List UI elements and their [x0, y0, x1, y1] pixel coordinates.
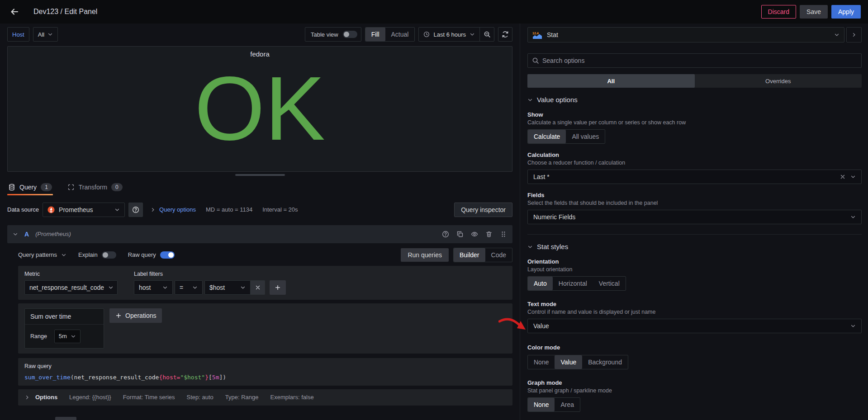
stat-styles-title: Stat styles — [537, 243, 568, 250]
query-row-header[interactable]: A (Prometheus) — [7, 225, 512, 243]
chevron-down-icon — [850, 214, 856, 220]
drag-grip-icon[interactable] — [500, 231, 507, 238]
refresh-button[interactable] — [498, 27, 512, 42]
variable-value-dropdown[interactable]: All — [33, 27, 58, 42]
back-arrow-icon[interactable] — [7, 5, 22, 19]
actual-option[interactable]: Actual — [385, 28, 415, 41]
chevron-right-icon — [150, 207, 156, 212]
help-icon[interactable] — [442, 231, 449, 238]
operation-name[interactable]: Sum over time — [25, 309, 104, 325]
query-patterns-dropdown[interactable]: Query patterns — [18, 251, 66, 258]
variable-value: All — [38, 31, 44, 38]
zoom-out-time-button[interactable] — [480, 28, 494, 41]
fill-option[interactable]: Fill — [365, 28, 385, 41]
orientation-option-horizontal[interactable]: Horizontal — [553, 277, 593, 290]
stat-styles-section-header[interactable]: Stat styles — [527, 243, 862, 250]
graph-mode-radio-group: None Area — [527, 397, 580, 412]
show-option-calculate[interactable]: Calculate — [528, 130, 566, 143]
search-options-input[interactable] — [527, 53, 862, 68]
orientation-radio-group: Auto Horizontal Vertical — [527, 276, 626, 291]
add-filter-button[interactable] — [270, 280, 286, 295]
orientation-field: Orientation Layout orientation Auto Hori… — [527, 258, 862, 291]
raw-query-toggle[interactable] — [160, 251, 175, 259]
value-options-title: Value options — [537, 96, 578, 104]
filter-key-select[interactable]: host — [134, 280, 173, 295]
run-queries-button[interactable]: Run queries — [401, 248, 449, 262]
builder-code-switch: Builder Code — [453, 248, 512, 262]
orientation-option-vertical[interactable]: Vertical — [593, 277, 626, 290]
apply-button[interactable]: Apply — [831, 5, 861, 19]
calculation-select[interactable]: Last * — [527, 170, 862, 184]
discard-button[interactable]: Discard — [761, 5, 796, 19]
chevron-down-icon — [13, 231, 18, 237]
visualization-row: 12.4 Stat — [527, 27, 862, 42]
duplicate-icon[interactable] — [456, 231, 464, 238]
show-option-all-values[interactable]: All values — [566, 130, 605, 143]
variable-label-box[interactable]: Host — [7, 27, 29, 42]
chevron-down-icon — [71, 334, 76, 339]
explain-toggle[interactable] — [102, 251, 116, 259]
builder-option[interactable]: Builder — [454, 248, 485, 262]
value-options-section-header[interactable]: Value options — [527, 96, 862, 104]
graph-mode-option-none[interactable]: None — [528, 398, 555, 411]
metric-section: Metric net_response_result_code Label fi… — [18, 266, 512, 300]
query-inspector-button[interactable]: Query inspector — [454, 203, 512, 217]
clipped-bottom-button[interactable] — [55, 417, 76, 420]
time-range-picker[interactable]: Last 6 hours — [419, 31, 479, 38]
add-operations-button[interactable]: Operations — [109, 308, 162, 323]
edit-pane: Host All Table view Fill Actual Last 6 h… — [0, 24, 520, 420]
topbar-actions: Discard Save Apply — [761, 5, 861, 19]
tab-transform[interactable]: Transform 0 — [66, 183, 123, 195]
color-mode-option-none[interactable]: None — [528, 355, 555, 369]
collapse-options-pane-button[interactable] — [846, 27, 862, 42]
color-mode-option-background[interactable]: Background — [582, 355, 628, 369]
visualization-picker[interactable]: 12.4 Stat — [527, 27, 844, 42]
hide-query-eye-icon[interactable] — [471, 231, 478, 238]
datasource-picker[interactable]: Prometheus — [43, 203, 125, 217]
orientation-desc: Layout orientation — [527, 266, 862, 273]
color-mode-field: Color mode None Value Background — [527, 344, 862, 369]
filter-value-select[interactable]: $host — [204, 280, 251, 295]
fields-field: Fields Select the fields that should be … — [527, 192, 862, 224]
datasource-help-button[interactable] — [128, 203, 143, 217]
label-filter-row: host = $host — [134, 280, 286, 295]
plus-icon — [115, 312, 122, 319]
color-mode-option-value[interactable]: Value — [555, 355, 582, 369]
operation-card: Sum over time Range 5m — [24, 308, 104, 349]
transform-count-badge: 0 — [111, 183, 123, 191]
table-view-label: Table view — [311, 31, 338, 38]
panel-title: fedora — [250, 50, 270, 58]
text-mode-field: Text mode Control if name and value is d… — [527, 301, 862, 333]
top-bar: Dev123 / Edit Panel Discard Save Apply — [0, 0, 868, 24]
tab-overrides[interactable]: Overrides — [695, 74, 862, 88]
delete-query-trash-icon[interactable] — [485, 231, 493, 238]
save-button[interactable]: Save — [800, 5, 828, 19]
fields-label: Fields — [527, 192, 862, 198]
pane-resize-handle[interactable] — [235, 174, 285, 176]
chevron-down-icon — [527, 97, 533, 103]
calculation-field: Calculation Choose a reducer function / … — [527, 151, 862, 184]
stat-viz-icon: 12.4 — [532, 31, 542, 39]
range-select[interactable]: 5m — [54, 330, 81, 343]
code-token: net_response_result_code — [74, 374, 159, 381]
query-options-collapsed-row[interactable]: Options Legend: {{host}} Format: Time se… — [18, 389, 512, 406]
table-view-toggle[interactable] — [343, 31, 357, 38]
calculation-desc: Choose a reducer function / calculation — [527, 160, 862, 166]
fields-select[interactable]: Numeric Fields — [527, 210, 862, 224]
metric-select[interactable]: net_response_result_code — [24, 280, 118, 295]
chevron-down-icon — [240, 285, 246, 290]
graph-mode-option-area[interactable]: Area — [555, 398, 580, 411]
filter-operator-select[interactable]: = — [175, 280, 203, 295]
query-options-expander[interactable]: Query options — [150, 206, 196, 213]
tab-query[interactable]: Query 1 — [7, 183, 53, 195]
range-value: 5m — [59, 333, 67, 340]
orientation-option-auto[interactable]: Auto — [528, 277, 553, 290]
clear-x-icon[interactable] — [840, 174, 846, 180]
graph-mode-label: Graph mode — [527, 379, 862, 386]
text-mode-select[interactable]: Value — [527, 319, 862, 333]
code-option[interactable]: Code — [485, 248, 512, 262]
tab-all[interactable]: All — [527, 74, 695, 88]
remove-filter-button[interactable] — [251, 280, 265, 295]
code-token: sum_over_time — [24, 374, 71, 381]
prometheus-icon — [47, 206, 55, 213]
